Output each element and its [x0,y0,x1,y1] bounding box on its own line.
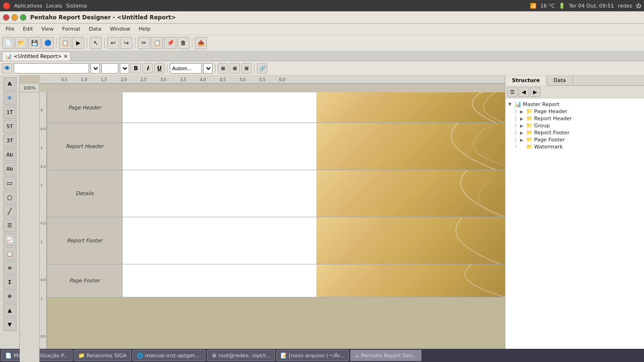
horizontal-ruler: · 0,5 1,0 1,5 2,0 2,5 3,0 3,5 4,0 4,5 5,… [40,75,505,84]
untitled-report-tab[interactable]: 📊 <Untitled Report> ✕ [2,51,71,61]
save-button[interactable]: 💾 [28,37,41,49]
details-section: Details [47,170,505,217]
font-tool[interactable]: A [3,77,17,90]
window-controls[interactable] [3,14,26,21]
back-button[interactable]: ◀ [519,87,529,97]
number-tool[interactable]: 5T [3,120,17,133]
auto-field-select[interactable] [203,63,213,74]
line-tool[interactable]: ╱ [3,205,17,218]
font-name-input[interactable] [14,63,89,74]
tab-close-icon[interactable]: ✕ [64,54,67,59]
link-button[interactable]: 🔗 [257,63,267,74]
font-size-input[interactable] [101,63,118,74]
tree-report-header[interactable]: ├ ▶ 📁 Report Header [507,115,642,122]
svg-text:·: · [41,259,41,263]
minimize-button[interactable] [11,14,18,21]
band-tool[interactable]: ≡ [3,261,17,274]
delete-button[interactable]: 🗑 [177,37,190,49]
new-button[interactable]: 📄 [2,37,14,49]
tree-watermark[interactable]: └ 📁 Watermark [507,143,642,150]
menu-sistema[interactable]: Sistema [66,3,87,9]
publish-button[interactable]: 🔵 [41,37,54,49]
paste-button[interactable]: 📌 [164,37,176,49]
text-tool[interactable]: 1T [3,106,17,119]
report-header-content[interactable] [123,123,505,170]
subreport-tool[interactable]: 📋 [3,247,17,260]
menu-data[interactable]: Data [85,25,105,33]
canvas-area[interactable]: 100% · 0,5 1,0 1,5 2,0 2,5 3,0 3,5 4,0 4… [20,75,505,362]
crosshair-tool[interactable]: ⊕ [3,289,17,303]
menu-edit[interactable]: Edit [19,25,36,33]
scroll-up[interactable]: ▲ [3,304,17,317]
tree-label-report-header: Report Header [534,115,572,122]
taskbar-label-manual-apt: manual-inst-aptget-... [145,353,202,359]
forward-button[interactable]: ▶ [530,87,540,97]
run-button[interactable]: ▶ [72,37,84,49]
menu-window[interactable]: Window [106,25,134,33]
menu-aplicativos[interactable]: Aplicativos [14,3,42,9]
taskbar-item-relatorios[interactable]: 📁 Relatorios SIGA [74,350,131,361]
redo-button[interactable]: ↪ [120,37,132,49]
svg-text:0,5: 0,5 [41,165,46,169]
report-footer-section: Report Footer [47,217,505,264]
report-footer-content[interactable] [123,217,505,264]
align-right-button[interactable]: ≡ [241,63,252,74]
menu-view[interactable]: View [38,25,58,33]
export-button[interactable]: 📤 [195,37,207,49]
ubuntu-logo[interactable]: 🔴 [3,2,10,9]
align-center-button[interactable]: ≡ [230,63,240,74]
page-footer-content[interactable] [123,264,505,297]
align-left-button[interactable]: ≡ [218,63,228,74]
ruler-v-svg: · 0 0,5 1 · 0,5 1 · 0,5 1 · 0,5 1 · [40,92,47,362]
format-sep-2 [215,64,215,73]
taskbar-item-terminal[interactable]: 🖥 root@redes: /opt/r... [207,350,274,361]
italic-button[interactable]: I [142,63,153,74]
close-button[interactable] [3,14,9,21]
taskbar-label-novo: [novo arquivo (~∕Ár... [289,353,345,359]
cut-button[interactable]: ✂ [138,37,150,49]
eye-tool[interactable]: 👁 [3,91,17,105]
rect-tool[interactable]: ▭ [3,176,17,189]
scroll-down[interactable]: ▼ [3,318,17,331]
select-button[interactable]: ↖ [90,37,102,49]
maximize-button[interactable] [20,14,26,21]
details-content[interactable] [123,170,505,217]
tree-report-footer[interactable]: ├ ▶ 📁 Report Footer [507,129,642,136]
page-header-content[interactable] [123,92,505,123]
taskbar-icon-relatorios: 📁 [78,353,85,359]
taskbar-item-manual-apt[interactable]: 🌐 manual-inst-aptget-... [132,350,206,361]
page-footer-label: Page Footer [47,264,123,297]
barcode-tool[interactable]: ☰ [3,219,17,232]
structure-tab[interactable]: Structure [505,75,547,86]
tree-group[interactable]: ├ ▶ 📁 Group [507,122,642,129]
data-tab[interactable]: Data [547,75,573,85]
pointer-tool[interactable]: ↕ [3,275,17,288]
watermark-icon: 📁 [526,144,533,150]
list-view-button[interactable]: ☰ [507,87,518,97]
underline-button[interactable]: U [154,63,165,74]
image-tool[interactable]: Ab [3,162,17,175]
bold-button[interactable]: B [131,63,141,74]
copy-button[interactable]: 📋 [151,37,163,49]
tree-page-footer[interactable]: ├ ▶ 📁 Page Footer [507,136,642,143]
menu-format[interactable]: Format [58,25,84,33]
sparkline-tool[interactable]: 📈 [3,233,17,246]
font-size-select[interactable] [120,63,129,74]
date-tool[interactable]: 3T [3,134,17,147]
taskbar-item-pentaho[interactable]: ☕ Pentaho Report Des... [350,350,422,361]
print-preview-button[interactable]: 📋 [59,37,71,49]
menu-file[interactable]: File [2,25,18,33]
font-name-select[interactable] [91,63,100,74]
structure-tree[interactable]: ▼ 📊 Master Report ├ ▶ 📁 Page Header ├ ▶ … [505,99,644,362]
eye-toggle-button[interactable]: 👁 [2,63,12,74]
auto-field-input[interactable] [170,63,202,74]
menu-help[interactable]: Help [135,25,154,33]
open-button[interactable]: 📂 [15,37,27,49]
undo-button[interactable]: ↩ [107,37,119,49]
chart-tool[interactable]: Ab [3,148,17,161]
taskbar-item-novo[interactable]: 📝 [novo arquivo (~∕Ár... [276,350,349,361]
menu-locais[interactable]: Locais [46,3,62,9]
tree-page-header[interactable]: ├ ▶ 📁 Page Header [507,108,642,115]
tree-master-report[interactable]: ▼ 📊 Master Report [507,100,642,108]
circle-tool[interactable]: ○ [3,190,17,204]
